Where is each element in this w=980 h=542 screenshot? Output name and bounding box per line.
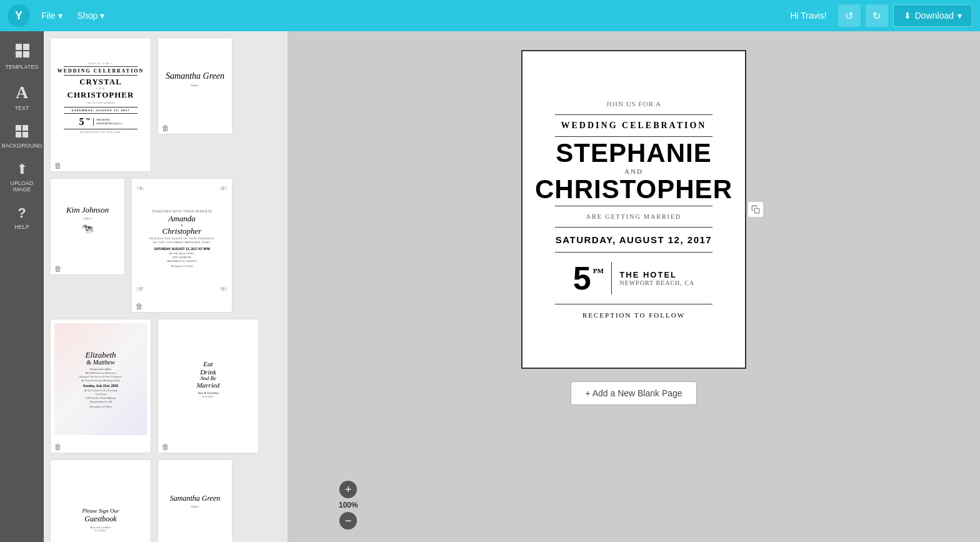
reload-button[interactable]: ↻ [866, 4, 888, 27]
shop-chevron-icon: ▾ [100, 11, 104, 21]
inv-vertical-line [611, 262, 612, 294]
svg-rect-8 [754, 208, 759, 213]
inv-divider-1 [555, 114, 712, 115]
zoom-level-display: 100% [339, 501, 358, 509]
trash-icon-elizabeth[interactable]: 🗑 [54, 443, 62, 451]
inv-name1: STEPHANIE [556, 140, 711, 166]
svg-rect-2 [16, 51, 22, 58]
file-menu[interactable]: File ▾ [35, 7, 69, 24]
inv-divider-5 [555, 252, 712, 253]
inv-venue: THE HOTEL NEWPORT BEACH, CA [619, 262, 694, 294]
svg-rect-6 [16, 132, 21, 138]
sidebar-item-background[interactable]: BACKGROUND [3, 119, 41, 154]
add-blank-page-button[interactable]: + Add a New Blank Page [571, 381, 696, 405]
help-label: HELP [14, 224, 29, 230]
background-icon [14, 124, 29, 140]
user-greeting: Hi Travis! [790, 11, 826, 21]
inv-reception: RECEPTION TO FOLLOW [582, 311, 685, 319]
upload-icon: ⬆ [16, 161, 28, 178]
svg-rect-5 [22, 125, 28, 131]
invitation-card[interactable]: JOIN US FOR A WEDDING CELEBRATION STEPHA… [521, 50, 746, 369]
zoom-in-button[interactable]: + [339, 481, 357, 498]
text-label: TEXT [14, 105, 29, 111]
inv-getting-married: ARE GETTING MARRIED [586, 213, 681, 220]
zoom-controls: + 100% − [339, 481, 358, 529]
sidebar: TEMPLATES A TEXT BACKGROUND ⬆ UPLOAD IMA… [0, 31, 44, 542]
inv-venue-name: THE HOTEL [619, 270, 677, 279]
background-label: BACKGROUND [2, 143, 42, 149]
help-icon: ? [18, 205, 26, 221]
inv-time-row: 5 PM THE HOTEL NEWPORT BEACH, CA [573, 262, 694, 294]
canvas-area: JOIN US FOR A WEDDING CELEBRATION STEPHA… [288, 31, 980, 542]
template-card-elizabeth[interactable]: Elizabeth & Matthew Elizabeth Ann Miller… [50, 319, 151, 453]
top-menu: File ▾ Shop ▾ [35, 7, 111, 24]
trash-icon-amanda-christopher[interactable]: 🗑 [136, 302, 143, 311]
refresh-button[interactable]: ↺ [838, 4, 861, 27]
upload-label: UPLOAD IMAGE [6, 180, 38, 193]
inv-divider-6 [555, 304, 712, 304]
file-chevron-icon: ▾ [58, 11, 62, 21]
download-chevron-icon: ▾ [958, 11, 962, 21]
svg-rect-0 [16, 44, 22, 50]
svg-rect-4 [16, 125, 21, 131]
trash-icon-kim[interactable]: 🗑 [54, 264, 62, 273]
copy-page-button[interactable] [748, 201, 764, 218]
trash-icon-eat-drink[interactable]: 🗑 [162, 443, 169, 451]
template-panel: JOIN US FOR A WEDDING CELEBRATION CRYSTA… [44, 31, 288, 542]
inv-wedding-text: WEDDING CELEBRATION [561, 121, 707, 131]
inv-divider-2 [555, 136, 712, 137]
template-card-amanda-christopher[interactable]: ❧ ❧ TOGETHER WITH THEIR PARENTS Amanda &… [131, 178, 232, 313]
logo: Y [8, 4, 30, 27]
inv-time-left: 5 PM [573, 262, 604, 294]
sidebar-item-templates[interactable]: TEMPLATES [3, 38, 41, 75]
template-card-guestbook[interactable]: Please Sign Our Guestbook Amy and Jonath… [50, 459, 151, 542]
text-icon: A [16, 83, 28, 103]
sidebar-item-upload[interactable]: ⬆ UPLOAD IMAGE [3, 156, 41, 198]
templates-icon [14, 43, 29, 61]
inv-join-text: JOIN US FOR A [606, 100, 661, 108]
invitation-wrapper: JOIN US FOR A WEDDING CELEBRATION STEPHA… [521, 50, 746, 369]
svg-rect-1 [23, 44, 29, 50]
download-icon: ⬇ [904, 11, 911, 21]
templates-label: TEMPLATES [6, 64, 39, 70]
sidebar-item-text[interactable]: A TEXT [3, 78, 41, 116]
download-label: Download [915, 11, 954, 21]
template-card-samantha[interactable]: Samantha Green Table 1 🗑 [158, 38, 232, 134]
inv-venue-city: NEWPORT BEACH, CA [619, 279, 694, 286]
template-card-crystal[interactable]: JOIN US FOR A WEDDING CELEBRATION CRYSTA… [50, 38, 151, 172]
main-area: TEMPLATES A TEXT BACKGROUND ⬆ UPLOAD IMA… [0, 31, 980, 542]
download-button[interactable]: ⬇ Download ▾ [893, 4, 972, 27]
template-card-eat-drink[interactable]: Eat Drink And Be Married Amy & Jonathan … [158, 319, 259, 453]
svg-rect-3 [23, 51, 29, 58]
inv-date: SATURDAY, AUGUST 12, 2017 [556, 234, 712, 245]
zoom-out-button[interactable]: − [339, 512, 357, 529]
shop-menu[interactable]: Shop ▾ [71, 7, 111, 24]
sidebar-item-help[interactable]: ? HELP [3, 200, 41, 235]
inv-time-number: 5 [573, 262, 591, 294]
trash-icon-samantha[interactable]: 🗑 [162, 124, 169, 133]
svg-rect-7 [22, 132, 28, 138]
template-card-kim[interactable]: Kim Johnson Table 1 🐄 🗑 [50, 178, 125, 275]
template-card-samantha2[interactable]: Samantha Green Table 1 🗑 [158, 459, 232, 542]
inv-time-period: PM [593, 267, 604, 274]
inv-divider-3 [555, 206, 712, 206]
inv-divider-4 [555, 227, 712, 228]
trash-icon-crystal[interactable]: 🗑 [54, 161, 62, 170]
inv-name2: CHRISTOPHER [535, 176, 732, 203]
topbar: Y File ▾ Shop ▾ Hi Travis! ↺ ↻ ⬇ Downloa… [0, 0, 980, 31]
